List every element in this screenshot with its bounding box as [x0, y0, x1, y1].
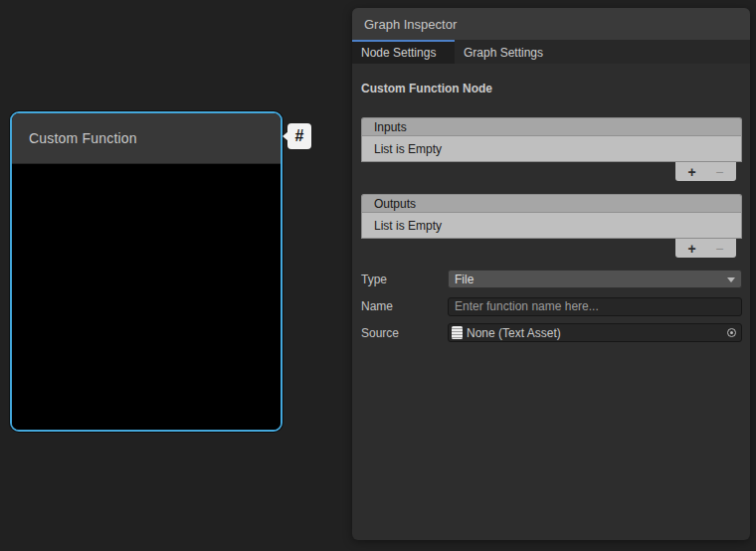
inputs-list-header: Inputs: [361, 117, 742, 136]
node-title: Custom Function: [29, 130, 137, 146]
tab-graph-settings[interactable]: Graph Settings: [455, 40, 555, 64]
inputs-list-header-label: Inputs: [374, 120, 407, 134]
inputs-list-footer-row: + −: [361, 162, 742, 183]
function-name-input[interactable]: [448, 297, 742, 316]
outputs-list-footer: + −: [675, 239, 736, 258]
type-row: Type File: [361, 270, 742, 288]
inputs-empty-label: List is Empty: [374, 142, 442, 156]
source-label: Source: [361, 326, 448, 340]
graph-canvas[interactable]: Custom Function # Graph Inspector Node S…: [0, 0, 756, 551]
outputs-list: Outputs List is Empty + −: [361, 194, 742, 260]
badge-tail-icon: [283, 131, 288, 141]
node-header[interactable]: Custom Function: [12, 113, 281, 164]
plus-icon: +: [688, 241, 696, 257]
graph-inspector-titlebar[interactable]: Graph Inspector: [352, 8, 750, 40]
outputs-list-footer-row: + −: [361, 239, 742, 260]
outputs-add-button[interactable]: +: [681, 240, 703, 257]
name-label: Name: [361, 299, 448, 313]
section-title: Custom Function Node: [361, 82, 742, 95]
custom-function-node[interactable]: Custom Function: [10, 111, 283, 432]
outputs-list-empty-row: List is Empty: [361, 213, 742, 239]
object-picker-icon[interactable]: [727, 328, 736, 337]
property-fields: Type File Name Source: [361, 270, 742, 342]
inspector-content: Custom Function Node Inputs List is Empt…: [352, 64, 750, 342]
minus-icon: −: [715, 241, 723, 257]
type-dropdown[interactable]: File: [448, 270, 742, 288]
minus-icon: −: [715, 164, 723, 180]
type-dropdown-value: File: [455, 273, 473, 286]
node-hash-badge[interactable]: #: [287, 123, 311, 149]
inputs-list: Inputs List is Empty + −: [361, 117, 742, 183]
tab-node-settings[interactable]: Node Settings: [352, 40, 455, 64]
hash-icon: #: [295, 127, 304, 145]
text-asset-icon: [452, 326, 463, 339]
outputs-list-header: Outputs: [361, 194, 742, 213]
inputs-add-button[interactable]: +: [681, 163, 703, 180]
inspector-tabbar: Node Settings Graph Settings: [352, 40, 750, 64]
source-object-value: None (Text Asset): [467, 326, 561, 340]
source-row: Source None (Text Asset): [361, 323, 742, 342]
plus-icon: +: [688, 164, 696, 180]
graph-inspector-panel: Graph Inspector Node Settings Graph Sett…: [352, 8, 750, 540]
graph-inspector-title: Graph Inspector: [364, 17, 457, 32]
outputs-empty-label: List is Empty: [374, 219, 442, 233]
tab-node-settings-label: Node Settings: [361, 46, 436, 60]
chevron-down-icon: [727, 277, 735, 282]
node-preview-body: [12, 164, 281, 432]
inputs-list-footer: + −: [675, 162, 736, 181]
inputs-remove-button[interactable]: −: [708, 163, 730, 180]
tab-graph-settings-label: Graph Settings: [464, 46, 543, 60]
type-label: Type: [361, 273, 448, 286]
source-object-field[interactable]: None (Text Asset): [448, 323, 742, 342]
outputs-remove-button[interactable]: −: [708, 240, 730, 257]
name-row: Name: [361, 296, 742, 315]
inputs-list-empty-row: List is Empty: [361, 136, 742, 162]
outputs-list-header-label: Outputs: [374, 197, 416, 211]
